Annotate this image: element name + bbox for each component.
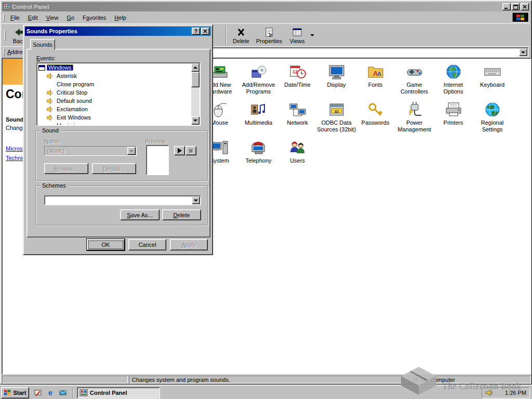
tab-sounds[interactable]: Sounds: [30, 39, 55, 50]
cp-item-fonts[interactable]: AAFonts: [356, 63, 395, 100]
schemes-dropdown-button[interactable]: [192, 196, 200, 204]
cp-item-users[interactable]: Users: [278, 139, 317, 176]
menu-view[interactable]: View: [42, 13, 63, 22]
show-desktop-button[interactable]: [32, 388, 44, 398]
window-titlebar[interactable]: Control Panel: [2, 2, 530, 11]
address-grip[interactable]: [3, 48, 5, 56]
address-dropdown-button[interactable]: [519, 48, 527, 56]
status-pane-message: Changes system and program sounds.: [129, 376, 408, 383]
power-management-icon: [406, 101, 423, 118]
channels-button[interactable]: [57, 388, 69, 398]
events-listbox[interactable]: WindowsAsteriskClose programCritical Sto…: [36, 62, 201, 126]
sound-name-value: (None): [47, 148, 127, 154]
tray-clock[interactable]: 1:26 PM: [505, 390, 526, 396]
users-icon: [289, 139, 306, 156]
taskbar-separator: [73, 387, 74, 398]
windows-flag-icon: [516, 14, 525, 21]
cp-item-printers[interactable]: Printers: [434, 101, 473, 138]
start-button[interactable]: Start: [1, 387, 29, 398]
schemes-combobox[interactable]: [44, 195, 201, 205]
menu-edit[interactable]: Edit: [24, 13, 42, 22]
menu-help[interactable]: Help: [110, 13, 130, 22]
passwords-icon: [367, 101, 384, 118]
cp-item-network[interactable]: Network: [278, 101, 317, 138]
minimize-button[interactable]: [502, 3, 511, 10]
events-list: WindowsAsteriskClose programCritical Sto…: [37, 63, 191, 125]
cp-item-power-management[interactable]: Power Management: [395, 101, 434, 138]
event-critical-stop[interactable]: Critical Stop: [37, 88, 191, 97]
chevron-down-icon: [194, 200, 198, 202]
minimize-icon: [504, 5, 509, 9]
close-button[interactable]: [521, 3, 529, 10]
delete-button[interactable]: Delete: [229, 25, 253, 46]
menu-go[interactable]: Go: [62, 13, 78, 22]
stop-button[interactable]: [185, 146, 196, 155]
volume-icon[interactable]: [485, 389, 494, 397]
sound-name-combobox[interactable]: (None): [44, 146, 137, 156]
arrow-up-icon: [193, 66, 197, 69]
add-remove-programs-icon: [250, 63, 267, 80]
network-icon: [289, 101, 306, 118]
ok-button[interactable]: OK: [87, 239, 125, 250]
event-exit-windows[interactable]: Exit Windows: [37, 113, 191, 122]
internet-explorer-button[interactable]: e: [45, 388, 56, 398]
event-asterisk[interactable]: Asterisk: [37, 72, 191, 80]
menu-grip[interactable]: [3, 14, 5, 21]
window-title: Control Panel: [12, 4, 502, 10]
windows-icon: [38, 64, 45, 71]
scroll-thumb[interactable]: [191, 72, 200, 87]
cp-item-regional-settings[interactable]: Regional Settings: [473, 101, 512, 138]
play-button[interactable]: [174, 146, 185, 155]
delete-scheme-button[interactable]: Delete: [162, 209, 201, 220]
event-exclamation[interactable]: Exclamation: [37, 105, 191, 113]
views-icon: [292, 27, 302, 37]
cp-item-multimedia[interactable]: Multimedia: [239, 101, 278, 138]
cp-item-game-controllers[interactable]: Game Controllers: [395, 63, 434, 100]
delete-icon: [236, 27, 246, 37]
views-button[interactable]: Views: [286, 25, 309, 46]
cp-item-add-remove-programs[interactable]: Add/Remove Programs: [239, 63, 278, 100]
event-close-program[interactable]: Close program: [37, 80, 191, 88]
odbc-data-sources-32bit-icon: 32: [328, 101, 345, 118]
schemes-group-label: Schemes: [40, 182, 68, 189]
cp-item-odbc-data-sources-32bit[interactable]: 32ODBC Data Sources (32bit): [317, 101, 356, 138]
dialog-close-button[interactable]: [201, 28, 209, 35]
details-button[interactable]: Details...: [92, 163, 136, 174]
browse-button[interactable]: Browse...: [44, 163, 88, 174]
save-as-button[interactable]: Save As...: [120, 209, 159, 220]
sound-group: Sound Name: (None) Preview: Browse... De…: [35, 130, 208, 181]
maximize-button[interactable]: [511, 3, 520, 10]
menu-favorites[interactable]: Favorites: [78, 13, 110, 22]
properties-button[interactable]: Properties: [255, 25, 284, 46]
toolbar-grip[interactable]: [4, 30, 6, 41]
task-control-panel-button[interactable]: Control Panel: [77, 387, 160, 398]
apply-button[interactable]: Apply: [170, 239, 208, 250]
toolbar-separator: [225, 26, 227, 45]
events-scrollbar[interactable]: [191, 63, 200, 125]
printers-icon: [445, 101, 462, 118]
scroll-up-button[interactable]: [191, 63, 200, 72]
scroll-down-button[interactable]: [191, 116, 200, 125]
cp-item-display[interactable]: Display: [317, 63, 356, 100]
cp-item-keyboard[interactable]: Keyboard: [473, 63, 512, 100]
sound-name-dropdown-button[interactable]: [127, 147, 136, 155]
views-dropdown-button[interactable]: [309, 25, 316, 46]
event-windows[interactable]: Windows: [37, 63, 191, 72]
dialog-help-button[interactable]: ?: [192, 28, 200, 35]
cancel-button[interactable]: Cancel: [128, 239, 166, 250]
dialog-titlebar[interactable]: Sounds Properties ?: [25, 26, 211, 36]
svg-text:A: A: [377, 71, 381, 77]
screen: Control Panel FileEditViewGoFavoritesHel…: [0, 0, 532, 399]
keyboard-icon: [484, 63, 501, 80]
close-icon: [523, 5, 527, 9]
event-maximize[interactable]: Maximize: [37, 122, 191, 125]
cp-item-date-time[interactable]: 12Date/Time: [278, 63, 317, 100]
speaker-icon: [47, 114, 54, 121]
cp-item-telephony[interactable]: Telephony: [239, 139, 278, 176]
preview-label: Preview:: [145, 138, 167, 144]
cp-item-internet-options[interactable]: Internet Options: [434, 63, 473, 100]
cp-item-passwords[interactable]: Passwords: [356, 101, 395, 138]
event-default-sound[interactable]: Default sound: [37, 97, 191, 105]
menu-file[interactable]: File: [6, 13, 24, 22]
scroll-track[interactable]: [191, 72, 200, 116]
